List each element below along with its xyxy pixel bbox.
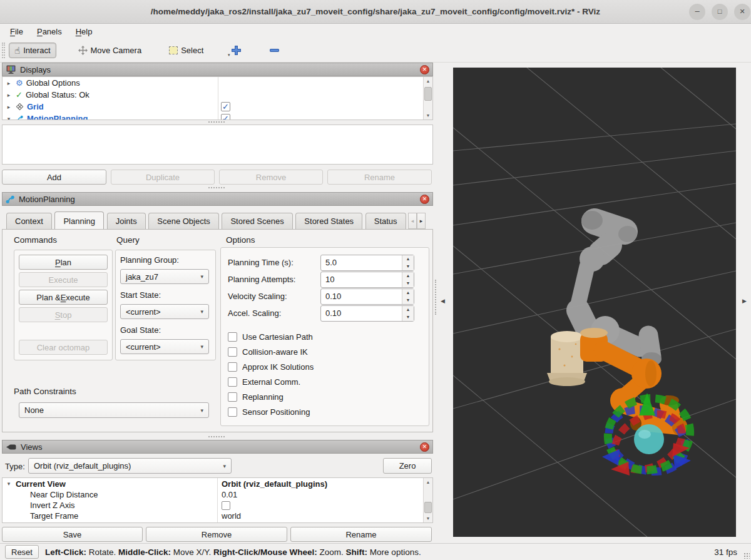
menu-panels[interactable]: Panels xyxy=(31,26,68,38)
add-display-button[interactable]: Add xyxy=(2,170,106,185)
duplicate-display-button[interactable]: Duplicate xyxy=(111,170,215,185)
use-cartesian-path-checkbox[interactable] xyxy=(228,332,237,342)
approx-ik-solutions-checkbox[interactable] xyxy=(228,362,237,372)
spin-arrows-icon[interactable]: ▲▼ xyxy=(402,272,414,287)
planning-attempts-spinbox[interactable]: 10 ▲▼ xyxy=(320,272,414,288)
collapse-left-icon[interactable]: ◀ xyxy=(441,298,445,304)
tab-stored-states[interactable]: Stored States xyxy=(295,213,362,229)
render-viewport[interactable] xyxy=(453,68,736,537)
spin-arrows-icon[interactable]: ▲▼ xyxy=(402,306,414,321)
resize-grip[interactable] xyxy=(743,552,750,559)
minimize-button[interactable]: – xyxy=(689,4,705,20)
expand-icon[interactable]: ▸ xyxy=(5,80,13,86)
menu-help[interactable]: Help xyxy=(69,26,99,38)
zero-view-button[interactable]: Zero xyxy=(383,458,432,474)
reset-button[interactable]: Reset xyxy=(5,545,39,559)
external-comm-checkbox[interactable] xyxy=(228,377,237,387)
close-button[interactable]: ✕ xyxy=(734,4,750,20)
current-view-row[interactable]: ▾ Current View Orbit (rviz_default_plugi… xyxy=(3,478,432,489)
collapse-icon[interactable]: ▾ xyxy=(5,116,13,121)
splitter-handle[interactable] xyxy=(208,121,225,123)
goal-state-select[interactable]: <current>▾ xyxy=(120,339,209,354)
save-view-button[interactable]: Save xyxy=(2,527,143,542)
displays-panel-header[interactable]: Displays ✕ xyxy=(2,63,433,76)
replanning-checkbox[interactable] xyxy=(228,392,237,402)
use-cartesian-path-option[interactable]: Use Cartesian Path xyxy=(228,332,313,342)
tree-row-motion-planning[interactable]: ▾ MotionPlanning ✓ xyxy=(3,113,432,120)
start-state-select[interactable]: <current>▾ xyxy=(120,304,209,319)
marker-sphere[interactable] xyxy=(634,424,664,454)
splitter-handle[interactable] xyxy=(208,436,225,437)
tab-planning[interactable]: Planning xyxy=(54,211,104,229)
motion-planning-enabled-checkbox[interactable]: ✓ xyxy=(221,114,230,120)
tab-joints[interactable]: Joints xyxy=(107,213,146,229)
collapse-icon[interactable]: ▾ xyxy=(5,481,13,487)
stop-button[interactable]: Stop xyxy=(19,307,108,322)
invert-z-axis-row[interactable]: Invert Z Axis xyxy=(3,500,432,511)
splitter-handle[interactable] xyxy=(208,187,225,188)
scrollbar-thumb[interactable] xyxy=(424,502,432,513)
expand-icon[interactable]: ▸ xyxy=(5,104,13,110)
scroll-down-icon[interactable]: ▼ xyxy=(424,111,432,120)
scrollbar-thumb[interactable] xyxy=(424,87,432,101)
tab-stored-scenes[interactable]: Stored Scenes xyxy=(222,213,292,229)
planning-time-spinbox[interactable]: 5.0 ▲▼ xyxy=(320,255,414,271)
spin-arrows-icon[interactable]: ▲▼ xyxy=(402,289,414,304)
interact-tool-button[interactable]: ☝ Interact xyxy=(9,43,56,58)
accel-scaling-spinbox[interactable]: 0.10 ▲▼ xyxy=(320,305,414,322)
tab-status[interactable]: Status xyxy=(365,213,406,229)
approx-ik-solutions-option[interactable]: Approx IK Solutions xyxy=(228,362,314,372)
plan-button[interactable]: Plan xyxy=(19,255,108,270)
maximize-button[interactable]: □ xyxy=(712,4,728,20)
invert-z-axis-checkbox[interactable] xyxy=(222,501,230,510)
motion-planning-panel-header[interactable]: MotionPlanning ✕ xyxy=(2,192,433,206)
tab-scroll-left-icon[interactable]: ◂ xyxy=(408,213,417,229)
tab-context[interactable]: Context xyxy=(6,213,52,229)
velocity-scaling-spinbox[interactable]: 0.10 ▲▼ xyxy=(320,288,414,305)
tree-row-grid[interactable]: ▸ Grid ✓ xyxy=(3,101,432,113)
menu-file[interactable]: File xyxy=(4,26,29,38)
replanning-option[interactable]: Replanning xyxy=(228,392,284,402)
motion-planning-close-icon[interactable]: ✕ xyxy=(420,195,429,204)
move-camera-tool-button[interactable]: Move Camera xyxy=(73,43,148,58)
tab-scroll-right-icon[interactable]: ▸ xyxy=(417,213,426,229)
displays-close-icon[interactable]: ✕ xyxy=(420,65,429,74)
select-tool-button[interactable]: Select xyxy=(163,43,209,58)
remove-tool-button[interactable] xyxy=(263,42,285,59)
scroll-up-icon[interactable]: ▲ xyxy=(424,77,432,85)
plan-and-execute-button[interactable]: Plan & Execute xyxy=(19,290,108,305)
render-scene[interactable] xyxy=(453,68,736,537)
toolbar-drag-handle[interactable] xyxy=(2,43,5,58)
tree-row-global-status[interactable]: ▸ ✓ Global Status: Ok xyxy=(3,89,432,101)
scroll-up-icon[interactable]: ▲ xyxy=(424,478,432,486)
grid-enabled-checkbox[interactable]: ✓ xyxy=(221,102,230,111)
scroll-down-icon[interactable]: ▼ xyxy=(424,514,432,522)
planning-group-select[interactable]: jaka_zu7▾ xyxy=(120,269,209,284)
external-comm-option[interactable]: External Comm. xyxy=(228,377,300,387)
path-constraints-select[interactable]: None▾ xyxy=(19,402,209,418)
views-close-icon[interactable]: ✕ xyxy=(420,442,429,452)
collision-aware-ik-checkbox[interactable] xyxy=(228,347,237,357)
views-scrollbar[interactable]: ▲ ▼ xyxy=(423,478,432,522)
target-frame-row[interactable]: Target Frame world xyxy=(3,511,432,521)
collapse-right-icon[interactable]: ▶ xyxy=(742,298,747,304)
tab-scene-objects[interactable]: Scene Objects xyxy=(148,213,219,229)
tree-row-global-options[interactable]: ▸ ⚙ Global Options xyxy=(3,77,432,89)
sensor-positioning-option[interactable]: Sensor Positioning xyxy=(228,407,310,417)
collision-aware-ik-option[interactable]: Collision-aware IK xyxy=(228,347,308,357)
sensor-positioning-checkbox[interactable] xyxy=(228,407,237,417)
remove-view-button[interactable]: Remove xyxy=(146,527,287,542)
toolbar-overflow-icon[interactable]: ▾ xyxy=(228,53,230,58)
rename-display-button[interactable]: Rename xyxy=(327,170,432,185)
clear-octomap-button[interactable]: Clear octomap xyxy=(19,340,108,355)
views-panel-header[interactable]: Views ✕ xyxy=(2,440,433,454)
displays-scrollbar[interactable]: ▲ ▼ xyxy=(423,77,432,120)
spin-arrows-icon[interactable]: ▲▼ xyxy=(402,255,414,270)
execute-button[interactable]: Execute xyxy=(19,272,108,287)
expand-icon[interactable]: ▸ xyxy=(5,92,13,98)
right-gutter[interactable]: ▶ xyxy=(736,63,751,543)
view-type-select[interactable]: Orbit (rviz_default_plugins)▾ xyxy=(28,458,232,474)
near-clip-distance-row[interactable]: Near Clip Distance 0.01 xyxy=(3,489,432,500)
remove-display-button[interactable]: Remove xyxy=(219,170,323,185)
panel-splitter[interactable]: ◀ xyxy=(433,63,453,543)
